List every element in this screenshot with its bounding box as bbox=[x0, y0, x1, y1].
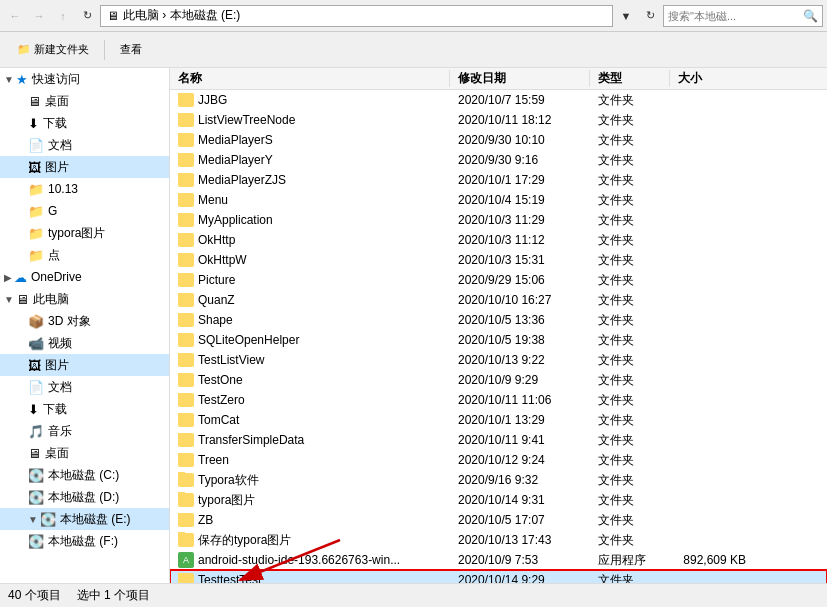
file-list-wrapper: JJBG 2020/10/7 15:59 文件夹 ListViewTreeNod… bbox=[170, 90, 827, 583]
table-row[interactable]: MyApplication 2020/10/3 11:29 文件夹 bbox=[170, 210, 827, 230]
refresh-button[interactable]: ↻ bbox=[76, 5, 98, 27]
table-row[interactable]: ZB 2020/10/5 17:07 文件夹 bbox=[170, 510, 827, 530]
sidebar-item-disk-e[interactable]: ▼ 💽 本地磁盘 (E:) bbox=[0, 508, 169, 530]
column-name[interactable]: 名称 bbox=[170, 70, 450, 87]
column-date[interactable]: 修改日期 bbox=[450, 70, 590, 87]
cell-name: ListViewTreeNode bbox=[170, 113, 450, 127]
cell-name: Typora软件 bbox=[170, 472, 450, 489]
sidebar-item-pictures-pc[interactable]: 🖼 图片 bbox=[0, 354, 169, 376]
table-row[interactable]: TestListView 2020/10/13 9:22 文件夹 bbox=[170, 350, 827, 370]
folder-icon bbox=[178, 193, 194, 207]
sidebar-onedrive-header[interactable]: ▶ ☁ OneDrive bbox=[0, 266, 169, 288]
cell-name: TestZero bbox=[170, 393, 450, 407]
cell-name: QuanZ bbox=[170, 293, 450, 307]
cell-date: 2020/10/13 9:22 bbox=[450, 353, 590, 367]
cell-type: 文件夹 bbox=[590, 272, 670, 289]
cell-name: 保存的typora图片 bbox=[170, 532, 450, 549]
forward-button[interactable]: → bbox=[28, 5, 50, 27]
file-name: MediaPlayerY bbox=[198, 153, 273, 167]
table-row[interactable]: ListViewTreeNode 2020/10/11 18:12 文件夹 bbox=[170, 110, 827, 130]
table-row[interactable]: TestZero 2020/10/11 11:06 文件夹 bbox=[170, 390, 827, 410]
folder-icon bbox=[178, 273, 194, 287]
table-row[interactable]: SQLiteOpenHelper 2020/10/5 19:38 文件夹 bbox=[170, 330, 827, 350]
sidebar-item-1013[interactable]: 📁 10.13 bbox=[0, 178, 169, 200]
sidebar-item-disk-d[interactable]: 💽 本地磁盘 (D:) bbox=[0, 486, 169, 508]
table-row[interactable]: typora图片 2020/10/14 9:31 文件夹 bbox=[170, 490, 827, 510]
table-row[interactable]: Typora软件 2020/9/16 9:32 文件夹 bbox=[170, 470, 827, 490]
sidebar-item-disk-c[interactable]: 💽 本地磁盘 (C:) bbox=[0, 464, 169, 486]
cell-type: 应用程序 bbox=[590, 552, 670, 569]
column-size[interactable]: 大小 bbox=[670, 70, 750, 87]
expand-address-button[interactable]: ▼ bbox=[615, 5, 637, 27]
refresh-address-button[interactable]: ↻ bbox=[639, 5, 661, 27]
sidebar-item-pictures[interactable]: 🖼 图片 bbox=[0, 156, 169, 178]
search-bar[interactable]: 🔍 bbox=[663, 5, 823, 27]
sidebar-item-documents[interactable]: 📄 文档 bbox=[0, 134, 169, 156]
sidebar-item-g[interactable]: 📁 G bbox=[0, 200, 169, 222]
table-row[interactable]: 保存的typora图片 2020/10/13 17:43 文件夹 bbox=[170, 530, 827, 550]
sidebar-item-downloads[interactable]: ⬇ 下载 bbox=[0, 112, 169, 134]
sidebar-item-desktop-pc[interactable]: 🖥 桌面 bbox=[0, 442, 169, 464]
column-type[interactable]: 类型 bbox=[590, 70, 670, 87]
table-row[interactable]: MediaPlayerY 2020/9/30 9:16 文件夹 bbox=[170, 150, 827, 170]
file-name: ZB bbox=[198, 513, 213, 527]
table-row[interactable]: TomCat 2020/10/1 13:29 文件夹 bbox=[170, 410, 827, 430]
cell-type: 文件夹 bbox=[590, 392, 670, 409]
onedrive-arrow: ▶ bbox=[4, 272, 12, 283]
folder-icon bbox=[178, 573, 194, 583]
view-button[interactable]: 查看 bbox=[111, 36, 151, 64]
table-row[interactable]: Shape 2020/10/5 13:36 文件夹 bbox=[170, 310, 827, 330]
sidebar-item-desktop[interactable]: 🖥 桌面 bbox=[0, 90, 169, 112]
table-row[interactable]: TransferSimpleData 2020/10/11 9:41 文件夹 bbox=[170, 430, 827, 450]
sidebar-item-downloads-pc[interactable]: ⬇ 下载 bbox=[0, 398, 169, 420]
folder-icon bbox=[178, 433, 194, 447]
sidebar-quick-access-header[interactable]: ▼ ★ 快速访问 bbox=[0, 68, 169, 90]
3d-icon: 📦 bbox=[28, 314, 44, 329]
sidebar-item-music[interactable]: 🎵 音乐 bbox=[0, 420, 169, 442]
file-name: TomCat bbox=[198, 413, 239, 427]
file-name: MediaPlayerS bbox=[198, 133, 273, 147]
table-row[interactable]: Treen 2020/10/12 9:24 文件夹 bbox=[170, 450, 827, 470]
table-row[interactable]: TestOne 2020/10/9 9:29 文件夹 bbox=[170, 370, 827, 390]
back-button[interactable]: ← bbox=[4, 5, 26, 27]
table-row[interactable]: MediaPlayerZJS 2020/10/1 17:29 文件夹 bbox=[170, 170, 827, 190]
cell-date: 2020/10/3 11:29 bbox=[450, 213, 590, 227]
table-row[interactable]: OkHttpW 2020/10/3 15:31 文件夹 bbox=[170, 250, 827, 270]
sidebar-item-disk-f[interactable]: 💽 本地磁盘 (F:) bbox=[0, 530, 169, 552]
table-row[interactable]: TesttestTest 2020/10/14 9:29 文件夹 bbox=[170, 570, 827, 583]
address-bar[interactable]: 🖥 此电脑 › 本地磁盘 (E:) bbox=[100, 5, 613, 27]
sidebar-desktop-label: 桌面 bbox=[45, 93, 69, 110]
new-folder-button[interactable]: 📁 新建文件夹 bbox=[8, 36, 98, 64]
table-row[interactable]: JJBG 2020/10/7 15:59 文件夹 bbox=[170, 90, 827, 110]
table-row[interactable]: OkHttp 2020/10/3 11:12 文件夹 bbox=[170, 230, 827, 250]
quick-access-icon: ★ bbox=[16, 72, 28, 87]
sidebar-item-3d[interactable]: 📦 3D 对象 bbox=[0, 310, 169, 332]
sidebar-item-typora[interactable]: 📁 typora图片 bbox=[0, 222, 169, 244]
cell-name: Shape bbox=[170, 313, 450, 327]
up-button[interactable]: ↑ bbox=[52, 5, 74, 27]
folder-icon bbox=[178, 153, 194, 167]
thispc-arrow: ▼ bbox=[4, 294, 14, 305]
cell-date: 2020/9/16 9:32 bbox=[450, 473, 590, 487]
file-name: 保存的typora图片 bbox=[198, 532, 291, 549]
table-row[interactable]: MediaPlayerS 2020/9/30 10:10 文件夹 bbox=[170, 130, 827, 150]
cell-type: 文件夹 bbox=[590, 492, 670, 509]
file-list: JJBG 2020/10/7 15:59 文件夹 ListViewTreeNod… bbox=[170, 90, 827, 583]
sidebar-item-videos[interactable]: 📹 视频 bbox=[0, 332, 169, 354]
cell-type: 文件夹 bbox=[590, 512, 670, 529]
table-row[interactable]: QuanZ 2020/10/10 16:27 文件夹 bbox=[170, 290, 827, 310]
videos-icon: 📹 bbox=[28, 336, 44, 351]
sidebar-item-dot[interactable]: 📁 点 bbox=[0, 244, 169, 266]
sidebar-disk-e-label: 本地磁盘 (E:) bbox=[60, 511, 131, 528]
table-row[interactable]: Picture 2020/9/29 15:06 文件夹 bbox=[170, 270, 827, 290]
table-row[interactable]: A android-studio-ide-193.6626763-win... … bbox=[170, 550, 827, 570]
sidebar-thispc-header[interactable]: ▼ 🖥 此电脑 bbox=[0, 288, 169, 310]
file-name: SQLiteOpenHelper bbox=[198, 333, 299, 347]
folder-icon bbox=[178, 513, 194, 527]
cell-type: 文件夹 bbox=[590, 112, 670, 129]
file-name: TestListView bbox=[198, 353, 264, 367]
search-input[interactable] bbox=[668, 10, 801, 22]
cell-date: 2020/10/14 9:29 bbox=[450, 573, 590, 583]
sidebar-item-documents-pc[interactable]: 📄 文档 bbox=[0, 376, 169, 398]
table-row[interactable]: Menu 2020/10/4 15:19 文件夹 bbox=[170, 190, 827, 210]
